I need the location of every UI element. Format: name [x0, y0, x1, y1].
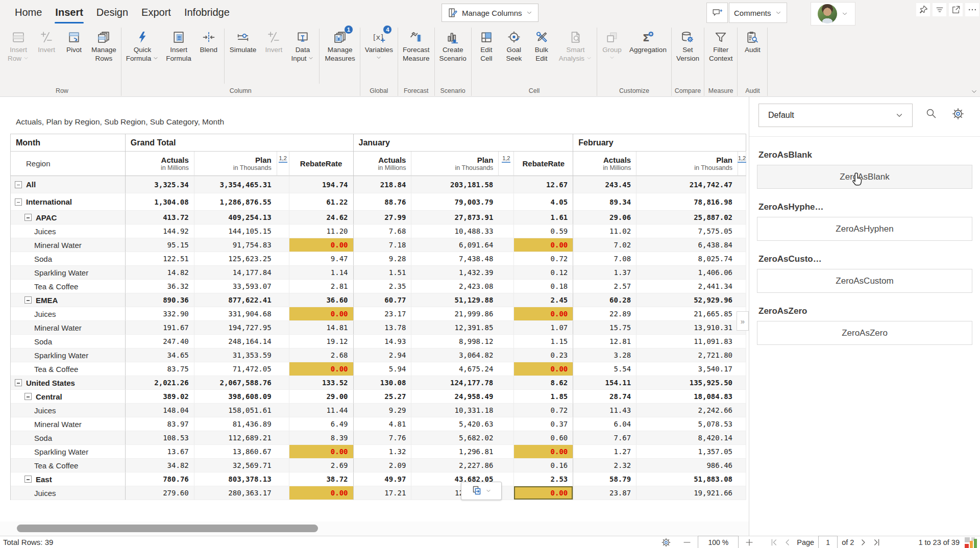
- data-cell[interactable]: 2.69: [289, 459, 354, 472]
- data-cell[interactable]: 22.89: [573, 307, 636, 321]
- ribbon-button-create-scenario[interactable]: CreateScenario: [436, 24, 470, 87]
- data-cell[interactable]: 3,064.82: [411, 348, 514, 362]
- data-cell[interactable]: 32,569.71: [194, 459, 289, 472]
- data-cell[interactable]: 6.04: [573, 417, 636, 431]
- data-cell[interactable]: 135,925.50: [636, 376, 746, 390]
- data-cell[interactable]: 24.62: [289, 211, 354, 225]
- data-cell[interactable]: 780.76: [126, 472, 194, 486]
- row-label[interactable]: APAC: [11, 211, 126, 225]
- panel-button-zeroaszero[interactable]: ZeroAsZero: [757, 321, 972, 345]
- data-cell[interactable]: 9.29: [354, 404, 412, 417]
- row-label[interactable]: East: [11, 472, 126, 486]
- data-cell[interactable]: 49.97: [354, 472, 412, 486]
- data-cell[interactable]: 1.14: [289, 266, 354, 280]
- data-cell[interactable]: 34.82: [126, 459, 194, 472]
- data-cell[interactable]: 25.27: [354, 390, 412, 404]
- data-cell[interactable]: 1,304.08: [126, 193, 194, 211]
- data-cell[interactable]: 125,623.25: [194, 252, 289, 266]
- data-cell[interactable]: 2,721.80: [636, 348, 746, 362]
- data-cell[interactable]: 0.16: [514, 459, 573, 472]
- row-label[interactable]: Juices: [11, 486, 126, 500]
- tab-export[interactable]: Export: [135, 0, 178, 24]
- data-cell[interactable]: 14.81: [289, 321, 354, 335]
- data-cell[interactable]: 0.00: [289, 362, 354, 376]
- data-cell[interactable]: 2.32: [573, 459, 636, 472]
- tab-design[interactable]: Design: [90, 0, 135, 24]
- data-cell[interactable]: 9.47: [289, 252, 354, 266]
- tab-infobridge[interactable]: Infobridge: [178, 0, 236, 24]
- data-cell[interactable]: 144,105.15: [194, 225, 289, 238]
- data-cell[interactable]: 7,575.05: [636, 225, 746, 238]
- manage-columns-button[interactable]: Manage Columns: [442, 4, 538, 22]
- data-cell[interactable]: 91,754.83: [194, 238, 289, 252]
- data-cell[interactable]: 2.57: [573, 280, 636, 293]
- data-cell[interactable]: 13.78: [354, 321, 412, 335]
- data-cell[interactable]: 29.06: [573, 211, 636, 225]
- data-cell[interactable]: 1.61: [514, 211, 573, 225]
- data-cell[interactable]: 389.02: [126, 390, 194, 404]
- data-cell[interactable]: 79,003.79: [411, 193, 514, 211]
- data-cell[interactable]: 8.39: [289, 431, 354, 445]
- data-cell[interactable]: 78,816.98: [636, 193, 746, 211]
- data-cell[interactable]: 148.04: [126, 404, 194, 417]
- data-cell[interactable]: 1,432.39: [411, 266, 514, 280]
- data-cell[interactable]: 280,363.17: [194, 486, 289, 500]
- data-cell[interactable]: 3,540.17: [636, 362, 746, 376]
- data-cell[interactable]: 247.40: [126, 335, 194, 348]
- data-cell[interactable]: 12.81: [573, 335, 636, 348]
- data-cell[interactable]: 0.60: [514, 431, 573, 445]
- row-label[interactable]: Sparkling Water: [11, 266, 126, 280]
- data-cell[interactable]: 3,354,465.31: [194, 176, 289, 193]
- data-cell[interactable]: 36.60: [289, 293, 354, 307]
- data-cell[interactable]: 51,129.88: [411, 293, 514, 307]
- ribbon-button-simulate[interactable]: Simulate: [226, 24, 260, 87]
- data-cell[interactable]: 11,091.83: [636, 335, 746, 348]
- data-cell[interactable]: 12,391.85: [411, 321, 514, 335]
- data-cell[interactable]: 11.43: [573, 404, 636, 417]
- data-cell[interactable]: 11.44: [289, 404, 354, 417]
- data-cell[interactable]: 7.76: [354, 431, 412, 445]
- data-cell[interactable]: 1.15: [514, 335, 573, 348]
- data-cell[interactable]: 248,164.14: [194, 335, 289, 348]
- data-cell[interactable]: 7.18: [354, 238, 412, 252]
- data-cell[interactable]: 60.28: [573, 293, 636, 307]
- collapse-row-icon[interactable]: [15, 379, 22, 386]
- data-cell[interactable]: 413.72: [126, 211, 194, 225]
- scrollbar-thumb[interactable]: [17, 525, 318, 532]
- data-cell[interactable]: 52,929.96: [636, 293, 746, 307]
- data-cell[interactable]: 12.67: [514, 176, 573, 193]
- data-cell[interactable]: 332.90: [126, 307, 194, 321]
- data-cell[interactable]: 83.97: [126, 417, 194, 431]
- row-label[interactable]: Tea & Coffee: [11, 459, 126, 472]
- data-cell[interactable]: 133.52: [289, 376, 354, 390]
- row-label[interactable]: Mineral Water: [11, 321, 126, 335]
- data-cell[interactable]: 8,025.74: [636, 252, 746, 266]
- data-cell[interactable]: 27.99: [354, 211, 412, 225]
- row-label[interactable]: Soda: [11, 335, 126, 348]
- data-cell[interactable]: 2.09: [354, 459, 412, 472]
- data-cell[interactable]: 10,331.18: [411, 404, 514, 417]
- next-page-icon[interactable]: [858, 537, 868, 547]
- row-label[interactable]: Soda: [11, 252, 126, 266]
- data-cell[interactable]: 890.36: [126, 293, 194, 307]
- data-cell[interactable]: 7.08: [573, 252, 636, 266]
- ribbon-button-variables[interactable]: [x]4Variables: [361, 24, 397, 87]
- data-cell[interactable]: 15.75: [573, 321, 636, 335]
- data-cell[interactable]: 877,622.41: [194, 293, 289, 307]
- row-label[interactable]: Sparkling Water: [11, 445, 126, 459]
- data-cell[interactable]: 0.00: [514, 486, 573, 500]
- collapse-ribbon-icon[interactable]: [970, 88, 978, 95]
- data-cell[interactable]: 0.72: [514, 404, 573, 417]
- data-cell[interactable]: 0.37: [514, 417, 573, 431]
- collapse-row-icon[interactable]: [24, 476, 32, 483]
- data-cell[interactable]: 14,177.84: [194, 266, 289, 280]
- data-cell[interactable]: 243.45: [573, 176, 636, 193]
- data-cell[interactable]: 4.05: [514, 193, 573, 211]
- data-cell[interactable]: 19,921.66: [636, 486, 746, 500]
- ribbon-button-data-input[interactable]: DataInput: [287, 24, 317, 87]
- data-cell[interactable]: 23.17: [354, 307, 412, 321]
- data-cell[interactable]: 34.65: [126, 348, 194, 362]
- pin-button[interactable]: [916, 3, 930, 16]
- data-cell[interactable]: 51,883.08: [636, 472, 746, 486]
- data-cell[interactable]: 2,021.26: [126, 376, 194, 390]
